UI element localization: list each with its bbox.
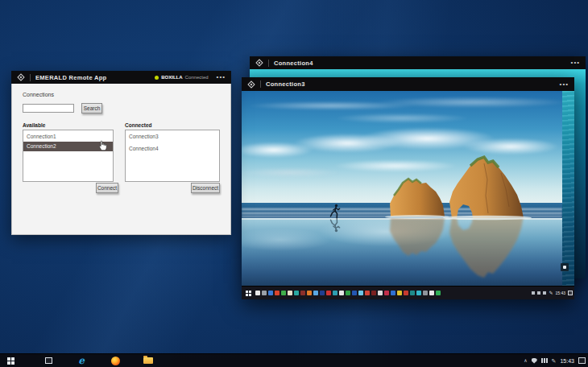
titlebar-separator bbox=[30, 74, 31, 81]
connection3-titlebar[interactable]: Connection3 ••• bbox=[242, 77, 574, 91]
remote-app-icon-11[interactable] bbox=[320, 291, 325, 295]
remote-app-icon-8[interactable] bbox=[300, 291, 305, 295]
connections-panel: Connections Search Available Connected C… bbox=[11, 84, 231, 235]
remote-app-icon-17[interactable] bbox=[358, 291, 363, 295]
status-dot bbox=[155, 76, 159, 80]
remote-app-icon-13[interactable] bbox=[333, 291, 337, 295]
beach-photo-graphic bbox=[242, 91, 574, 287]
defender-shield-icon[interactable] bbox=[532, 358, 537, 364]
remote-app-icon-16[interactable] bbox=[352, 291, 357, 295]
remote-app-icon-5[interactable] bbox=[281, 291, 286, 295]
edge-icon: e bbox=[78, 357, 85, 365]
titlebar-separator bbox=[260, 80, 261, 88]
network-icon[interactable] bbox=[541, 358, 548, 363]
connection4-titlebar[interactable]: Connection4 ••• bbox=[250, 56, 586, 69]
wallpaper-right-strip bbox=[562, 91, 574, 287]
panel-heading: Connections bbox=[23, 92, 54, 97]
remote-app-icon-18[interactable] bbox=[365, 291, 370, 295]
remote-app-icon-25[interactable] bbox=[410, 291, 415, 295]
available-label: Available bbox=[23, 122, 45, 128]
remote-pen-icon[interactable]: ✎ bbox=[549, 291, 553, 295]
titlebar-separator bbox=[268, 60, 269, 67]
show-hidden-icons-chevron[interactable]: ∧ bbox=[524, 358, 527, 363]
remote-tray-icon[interactable] bbox=[532, 291, 535, 295]
remote-action-center-icon[interactable] bbox=[568, 291, 573, 295]
remote-app-icon-23[interactable] bbox=[397, 291, 402, 295]
person-reflection bbox=[331, 218, 340, 232]
remote-app-icon-24[interactable] bbox=[404, 291, 408, 295]
remote-app-icon-1[interactable] bbox=[255, 291, 260, 295]
remote-app-icon-6[interactable] bbox=[288, 291, 292, 295]
connection4-title: Connection4 bbox=[274, 60, 313, 67]
windows-logo-icon bbox=[7, 357, 10, 361]
connected-label: Connected bbox=[125, 122, 152, 128]
running-person-silhouette bbox=[331, 204, 340, 218]
remote-app-icon-20[interactable] bbox=[378, 291, 383, 295]
connected-item-2[interactable]: Connection4 bbox=[126, 144, 219, 154]
emerald-menu-icon[interactable]: ••• bbox=[217, 75, 226, 80]
remote-start-icon[interactable] bbox=[246, 291, 248, 293]
emerald-diamond-icon bbox=[17, 73, 25, 81]
task-view-button[interactable] bbox=[41, 354, 56, 367]
file-explorer-icon bbox=[143, 357, 153, 364]
pen-input-icon[interactable]: ✎ bbox=[552, 358, 557, 364]
window-emerald-remote-app: EMERALD Remote App BOXILLA Connected •••… bbox=[11, 71, 231, 235]
connection3-menu-icon[interactable]: ••• bbox=[560, 82, 569, 87]
edge-button[interactable]: e bbox=[74, 354, 89, 367]
available-list[interactable]: Connection1Connection2 bbox=[23, 130, 114, 182]
disconnect-button[interactable]: Disconnect bbox=[191, 183, 220, 193]
emerald-titlebar[interactable]: EMERALD Remote App BOXILLA Connected ••• bbox=[11, 71, 231, 84]
remote-widget-icon[interactable] bbox=[561, 263, 569, 271]
remote-app-icon-21[interactable] bbox=[384, 291, 389, 295]
remote-taskbar: ✎ 15:43 bbox=[242, 286, 574, 299]
remote-app-icon-29[interactable] bbox=[436, 291, 441, 295]
main-taskbar: e ∧ ✎ 15:43 bbox=[0, 353, 588, 367]
emerald-diamond-icon bbox=[255, 59, 263, 67]
remote-app-icon-12[interactable] bbox=[326, 291, 331, 295]
remote-clock[interactable]: 15:43 bbox=[555, 291, 565, 295]
boxilla-status: BOXILLA Connected bbox=[155, 75, 208, 80]
remote-app-icon-3[interactable] bbox=[268, 291, 273, 295]
remote-system-tray: ✎ 15:43 bbox=[532, 287, 573, 299]
status-brand: BOXILLA bbox=[161, 75, 182, 80]
connected-item-1[interactable]: Connection3 bbox=[126, 132, 219, 142]
firefox-button[interactable] bbox=[108, 354, 122, 367]
remote-app-icon-7[interactable] bbox=[294, 291, 299, 295]
rock-reflections bbox=[390, 216, 524, 278]
status-state: Connected bbox=[185, 75, 209, 80]
remote-tray-icon[interactable] bbox=[543, 291, 546, 295]
mouse-cursor bbox=[97, 140, 108, 151]
firefox-icon bbox=[111, 357, 120, 365]
action-center-icon[interactable] bbox=[578, 357, 586, 364]
remote-app-icon-14[interactable] bbox=[339, 291, 344, 295]
search-input[interactable] bbox=[23, 104, 74, 113]
remote-app-icon-4[interactable] bbox=[275, 291, 280, 295]
connection3-title: Connection3 bbox=[266, 80, 305, 88]
connection3-remote-desktop[interactable] bbox=[242, 91, 574, 287]
remote-app-icon-19[interactable] bbox=[371, 291, 376, 295]
system-tray: ∧ ✎ 15:43 bbox=[524, 354, 586, 367]
connected-list[interactable]: Connection3Connection4 bbox=[125, 130, 220, 182]
task-view-icon bbox=[45, 357, 52, 364]
remote-app-icon-27[interactable] bbox=[423, 291, 428, 295]
explorer-button[interactable] bbox=[141, 354, 155, 367]
remote-app-icon-2[interactable] bbox=[262, 291, 267, 295]
remote-taskbar-apps bbox=[255, 287, 441, 299]
search-button[interactable]: Search bbox=[81, 103, 102, 113]
start-button[interactable] bbox=[3, 354, 18, 367]
remote-app-icon-9[interactable] bbox=[307, 291, 312, 295]
window-connection3: Connection3 ••• bbox=[242, 77, 574, 299]
emerald-window-title: EMERALD Remote App bbox=[35, 74, 106, 81]
desktop-background: Connection4 ••• Connection3 ••• bbox=[0, 0, 588, 367]
remote-app-icon-10[interactable] bbox=[313, 291, 318, 295]
remote-tray-icon[interactable] bbox=[537, 291, 540, 295]
small-rock bbox=[390, 179, 445, 216]
remote-app-icon-22[interactable] bbox=[391, 291, 395, 295]
remote-app-icon-28[interactable] bbox=[429, 291, 434, 295]
remote-app-icon-26[interactable] bbox=[416, 291, 421, 295]
remote-app-icon-15[interactable] bbox=[346, 291, 350, 295]
connection4-menu-icon[interactable]: ••• bbox=[571, 60, 580, 65]
connect-button[interactable]: Connect bbox=[96, 183, 118, 193]
emerald-diamond-icon bbox=[247, 80, 255, 89]
taskbar-clock[interactable]: 15:43 bbox=[560, 358, 574, 364]
